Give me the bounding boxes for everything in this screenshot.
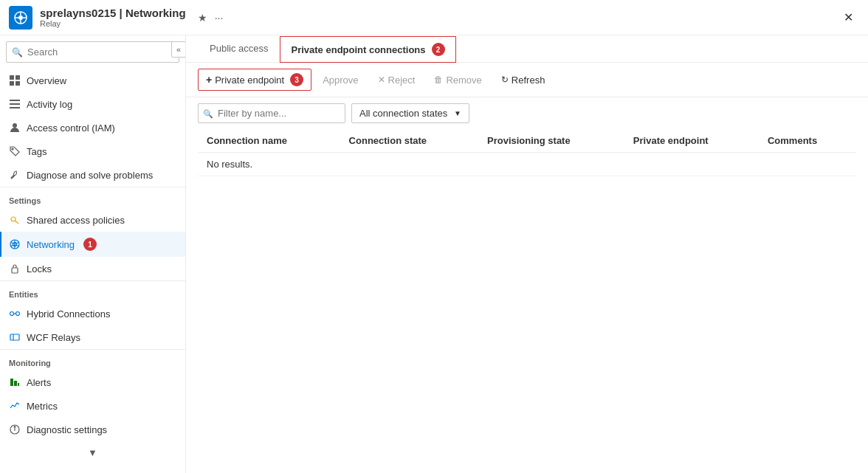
sidebar-item-label: Metrics bbox=[27, 401, 58, 412]
sidebar-item-networking[interactable]: Networking 1 bbox=[0, 232, 185, 257]
relay-icon bbox=[9, 6, 32, 30]
callout-1: 1 bbox=[83, 238, 97, 251]
sidebar-item-alerts[interactable]: Alerts bbox=[0, 370, 185, 394]
diagnostic-icon bbox=[9, 424, 21, 435]
grid-icon bbox=[9, 75, 21, 86]
svg-rect-7 bbox=[16, 75, 20, 80]
trash-icon: 🗑 bbox=[434, 75, 443, 85]
filter-row: 🔍 All connection states ▼ bbox=[186, 97, 868, 129]
col-connection-state: Connection state bbox=[340, 129, 478, 153]
col-private-endpoint: Private endpoint bbox=[624, 129, 759, 153]
col-provisioning-state: Provisioning state bbox=[478, 129, 624, 153]
sidebar-item-locks[interactable]: Locks bbox=[0, 257, 185, 280]
sidebar-item-label: Shared access policies bbox=[27, 215, 125, 226]
no-results-row: No results. bbox=[198, 153, 856, 176]
sidebar-item-access-control[interactable]: Access control (IAM) bbox=[0, 116, 185, 139]
sidebar-item-shared-access[interactable]: Shared access policies bbox=[0, 208, 185, 232]
svg-point-13 bbox=[13, 123, 17, 128]
svg-point-14 bbox=[12, 148, 13, 150]
wcf-icon bbox=[9, 331, 21, 343]
title-bar: sprelayns0215 | Networking Relay ★ ··· ✕ bbox=[0, 0, 868, 35]
svg-point-20 bbox=[10, 312, 14, 316]
col-connection-name: Connection name bbox=[198, 129, 340, 153]
list-icon bbox=[9, 98, 21, 110]
tabs-bar: Public access Private endpoint connectio… bbox=[186, 35, 868, 63]
sidebar-item-activity-log[interactable]: Activity log bbox=[0, 92, 185, 116]
remove-button[interactable]: 🗑 Remove bbox=[426, 70, 489, 90]
refresh-label: Refresh bbox=[512, 75, 545, 86]
svg-rect-19 bbox=[12, 268, 18, 273]
svg-rect-11 bbox=[10, 103, 20, 105]
svg-rect-25 bbox=[10, 379, 13, 386]
settings-section-label: Settings bbox=[0, 187, 185, 208]
sidebar-item-label: Overview bbox=[27, 75, 66, 86]
approve-button[interactable]: Approve bbox=[314, 70, 366, 90]
star-icon[interactable]: ★ bbox=[198, 12, 207, 24]
sidebar-item-wcf-relays[interactable]: WCF Relays bbox=[0, 325, 185, 349]
content-area: Public access Private endpoint connectio… bbox=[186, 35, 868, 473]
more-icon[interactable]: ··· bbox=[215, 12, 224, 24]
lock-icon bbox=[9, 263, 21, 275]
sidebar-item-hybrid-connections[interactable]: Hybrid Connections bbox=[0, 302, 185, 325]
title-bar-left: sprelayns0215 | Networking Relay ★ ··· bbox=[9, 6, 223, 30]
sidebar-item-label: Diagnostic settings bbox=[27, 424, 107, 435]
state-dropdown[interactable]: All connection states ▼ bbox=[351, 103, 469, 123]
svg-point-21 bbox=[16, 312, 20, 316]
alert-icon bbox=[9, 376, 21, 388]
close-button[interactable]: ✕ bbox=[838, 7, 859, 27]
wrench-icon bbox=[9, 169, 21, 181]
refresh-button[interactable]: ↻ Refresh bbox=[493, 70, 554, 90]
col-comments: Comments bbox=[759, 129, 856, 153]
remove-label: Remove bbox=[446, 75, 481, 86]
key-icon bbox=[9, 214, 21, 226]
sidebar-item-metrics[interactable]: Metrics bbox=[0, 394, 185, 418]
callout-2: 2 bbox=[432, 43, 445, 56]
filter-input-wrap: 🔍 bbox=[198, 103, 345, 123]
svg-rect-23 bbox=[10, 334, 19, 340]
search-input[interactable] bbox=[6, 41, 179, 63]
svg-rect-6 bbox=[10, 75, 14, 80]
entities-section-label: Entities bbox=[0, 280, 185, 302]
sidebar-item-tags[interactable]: Tags bbox=[0, 139, 185, 163]
sidebar-item-label: Diagnose and solve problems bbox=[27, 170, 153, 181]
sidebar: 🔍 « Overview Activity log Access control… bbox=[0, 35, 186, 473]
private-endpoint-button[interactable]: + Private endpoint 3 bbox=[198, 69, 311, 91]
sidebar-item-label: WCF Relays bbox=[27, 332, 80, 343]
reject-button[interactable]: ✕ Reject bbox=[370, 70, 424, 90]
svg-point-30 bbox=[14, 427, 16, 428]
x-icon: ✕ bbox=[378, 75, 385, 85]
sidebar-item-diagnose[interactable]: Diagnose and solve problems bbox=[0, 163, 185, 187]
collapse-button[interactable]: « bbox=[171, 41, 186, 58]
page-title: sprelayns0215 | Networking bbox=[40, 7, 186, 19]
sidebar-item-label: Activity log bbox=[27, 99, 72, 110]
tab-private-endpoint[interactable]: Private endpoint connections 2 bbox=[280, 36, 455, 63]
title-actions: ✕ bbox=[838, 7, 859, 27]
svg-rect-27 bbox=[18, 383, 19, 386]
svg-rect-9 bbox=[16, 81, 20, 86]
svg-rect-10 bbox=[10, 100, 20, 101]
hybrid-icon bbox=[9, 308, 21, 320]
refresh-icon: ↻ bbox=[501, 75, 509, 85]
sidebar-item-label: Locks bbox=[27, 263, 52, 275]
connections-table: Connection name Connection state Provisi… bbox=[198, 129, 856, 176]
tag-icon bbox=[9, 145, 21, 157]
search-box: 🔍 bbox=[6, 41, 179, 63]
search-container: 🔍 « bbox=[0, 35, 185, 69]
svg-point-1 bbox=[18, 15, 23, 20]
monitoring-section-label: Monitoring bbox=[0, 349, 185, 370]
sidebar-item-overview[interactable]: Overview bbox=[0, 69, 185, 92]
svg-rect-8 bbox=[10, 81, 14, 86]
page-subtitle: Relay bbox=[40, 19, 186, 28]
sidebar-item-label: Hybrid Connections bbox=[27, 308, 110, 320]
reject-label: Reject bbox=[388, 75, 416, 86]
metrics-icon bbox=[9, 400, 21, 412]
tab-public-access[interactable]: Public access bbox=[198, 35, 280, 63]
approve-label: Approve bbox=[323, 75, 358, 86]
toolbar: + Private endpoint 3 Approve ✕ Reject 🗑 … bbox=[186, 63, 868, 97]
filter-search-icon: 🔍 bbox=[203, 108, 213, 118]
state-dropdown-value: All connection states bbox=[359, 108, 447, 119]
filter-by-name-input[interactable] bbox=[198, 103, 345, 123]
sidebar-item-diagnostic-settings[interactable]: Diagnostic settings bbox=[0, 418, 185, 441]
main-layout: 🔍 « Overview Activity log Access control… bbox=[0, 35, 868, 473]
plus-icon: + bbox=[206, 74, 212, 86]
